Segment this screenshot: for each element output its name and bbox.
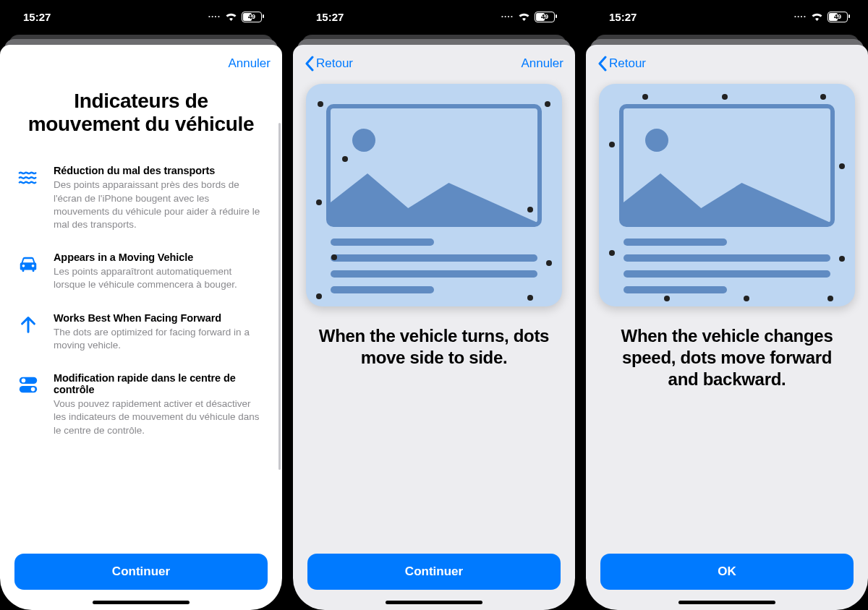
feature-desc: The dots are optimized for facing forwar… [54,326,262,352]
clock: 15:27 [23,11,51,23]
feature-title: Modification rapide dans le centre de co… [54,372,262,395]
description-text: When the vehicle turns, dots move side t… [293,306,575,369]
feature-row: Appears in a Moving Vehicle Les points a… [16,252,262,291]
feature-row: Réduction du mal des transports Des poin… [16,165,262,231]
home-indicator[interactable] [93,601,190,604]
home-indicator[interactable] [678,601,775,604]
clock: 15:27 [316,11,344,23]
ok-button[interactable]: OK [600,554,854,590]
illustration-card [306,84,562,306]
wifi-icon [518,12,530,21]
status-bar: 15:27 ···· 49 [293,0,575,33]
cellular-icon: ···· [794,12,807,22]
feature-desc: Les points apparaîtront automatiquement … [54,265,262,291]
feature-desc: Vous pouvez rapidement activer et désact… [54,398,262,437]
clock: 15:27 [609,11,637,23]
cancel-button[interactable]: Annuler [228,56,271,71]
battery-icon: 49 [535,12,555,22]
waves-icon [16,165,41,231]
svg-point-3 [31,387,35,392]
battery-icon: 49 [242,12,262,22]
image-placeholder-icon [619,104,835,227]
svg-point-1 [22,379,26,383]
illustration-card [599,84,855,306]
continue-button[interactable]: Continuer [307,554,561,590]
feature-row: Modification rapide dans le centre de co… [16,372,262,437]
back-button[interactable]: Retour [305,56,353,72]
wifi-icon [225,12,237,21]
page-title: Indicateurs de mouvement du véhicule [0,80,282,165]
phone-screen-1: 15:27 ···· 49 Annuler Indicateurs de mou… [0,0,282,610]
wifi-icon [811,12,823,21]
toggle-icon [16,372,41,437]
scrollbar[interactable] [278,123,281,470]
phone-screen-2: 15:27 ···· 49 Retour Annuler [293,0,575,610]
modal-sheet: Annuler Indicateurs de mouvement du véhi… [0,45,282,610]
feature-title: Réduction du mal des transports [54,165,262,176]
image-placeholder-icon [326,104,542,227]
continue-button[interactable]: Continuer [14,554,268,590]
cancel-button[interactable]: Annuler [521,56,563,71]
car-icon [16,252,41,291]
feature-title: Works Best When Facing Forward [54,312,262,324]
back-button[interactable]: Retour [597,56,646,72]
status-bar: 15:27 ···· 49 [0,0,282,33]
feature-title: Appears in a Moving Vehicle [54,252,262,263]
status-bar: 15:27 ···· 49 [586,0,868,33]
cellular-icon: ···· [501,12,514,22]
modal-sheet: Retour [586,45,868,610]
feature-desc: Des points apparaissant près des bords d… [54,179,262,231]
chevron-left-icon [305,56,315,72]
cellular-icon: ···· [208,12,221,22]
battery-icon: 49 [827,12,848,22]
phone-screen-3: 15:27 ···· 49 Retour [586,0,868,610]
arrow-up-icon [16,312,41,352]
chevron-left-icon [597,56,608,72]
modal-sheet: Retour Annuler [293,45,575,610]
home-indicator[interactable] [386,601,482,604]
description-text: When the vehicle changes speed, dots mov… [586,306,868,390]
feature-row: Works Best When Facing Forward The dots … [16,312,262,352]
